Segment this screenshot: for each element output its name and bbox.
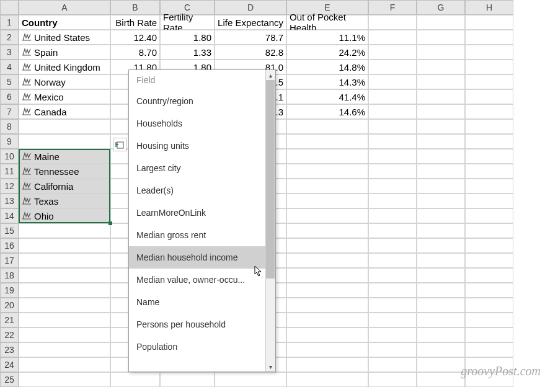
cell[interactable] bbox=[465, 15, 513, 30]
cell[interactable] bbox=[286, 238, 368, 253]
row-header[interactable]: 11 bbox=[0, 164, 19, 179]
cell-E6[interactable]: 41.4% bbox=[286, 89, 368, 104]
cell[interactable] bbox=[368, 15, 417, 30]
cell[interactable] bbox=[368, 238, 417, 253]
cell[interactable] bbox=[465, 60, 513, 74]
cell[interactable] bbox=[465, 253, 513, 268]
cell[interactable] bbox=[417, 327, 465, 342]
cell[interactable] bbox=[286, 194, 368, 208]
cell[interactable] bbox=[465, 238, 513, 253]
cell[interactable] bbox=[465, 119, 513, 134]
cell[interactable] bbox=[368, 164, 417, 179]
cell-E4[interactable]: 14.8% bbox=[286, 60, 368, 74]
cell[interactable] bbox=[286, 134, 368, 149]
cell[interactable] bbox=[465, 74, 513, 89]
scrollbar-thumb[interactable] bbox=[266, 80, 275, 278]
cell[interactable] bbox=[286, 372, 368, 387]
cell[interactable] bbox=[19, 119, 110, 134]
row-header[interactable]: 23 bbox=[0, 342, 19, 357]
cell[interactable] bbox=[19, 238, 110, 253]
cell[interactable] bbox=[417, 313, 465, 327]
cell[interactable] bbox=[465, 283, 513, 298]
cell[interactable] bbox=[417, 45, 465, 60]
cell[interactable] bbox=[465, 298, 513, 313]
dropdown-item[interactable]: Country/region bbox=[129, 90, 275, 112]
dropdown-item[interactable]: Leader(s) bbox=[129, 179, 275, 202]
cell[interactable] bbox=[368, 60, 417, 74]
cell[interactable] bbox=[368, 223, 417, 238]
cell-C3[interactable]: 1.33 bbox=[160, 45, 215, 60]
cell-A7[interactable]: Canada bbox=[19, 104, 110, 119]
row-header[interactable]: 25 bbox=[0, 372, 19, 387]
cell[interactable] bbox=[286, 223, 368, 238]
cell[interactable] bbox=[286, 268, 368, 283]
row-header[interactable]: 24 bbox=[0, 357, 19, 372]
spreadsheet-grid[interactable]: A B C D E F G H 1 Country Birth Rate Fer… bbox=[0, 0, 558, 387]
cell[interactable] bbox=[286, 342, 368, 357]
cell[interactable] bbox=[465, 149, 513, 164]
cell[interactable] bbox=[368, 357, 417, 372]
cell[interactable] bbox=[417, 357, 465, 372]
row-header[interactable]: 5 bbox=[0, 74, 19, 89]
cell-A11[interactable]: Tennessee bbox=[19, 164, 110, 179]
insert-data-button[interactable] bbox=[113, 138, 126, 151]
cell[interactable] bbox=[417, 60, 465, 74]
cell[interactable] bbox=[215, 372, 286, 387]
cell[interactable] bbox=[368, 313, 417, 327]
row-header[interactable]: 17 bbox=[0, 253, 19, 268]
cell[interactable] bbox=[286, 179, 368, 194]
cell[interactable] bbox=[19, 372, 110, 387]
cell[interactable] bbox=[19, 327, 110, 342]
cell[interactable] bbox=[19, 313, 110, 327]
cell[interactable] bbox=[368, 45, 417, 60]
scrollbar-track[interactable]: ▴ ▾ bbox=[265, 70, 275, 372]
dropdown-item[interactable]: Persons per household bbox=[129, 313, 275, 336]
cell[interactable] bbox=[368, 30, 417, 45]
dropdown-item[interactable]: LearnMoreOnLink bbox=[129, 202, 275, 224]
cell[interactable] bbox=[19, 223, 110, 238]
cell[interactable] bbox=[417, 238, 465, 253]
col-header-H[interactable]: H bbox=[465, 0, 513, 15]
cell[interactable] bbox=[417, 134, 465, 149]
row-header[interactable]: 8 bbox=[0, 119, 19, 134]
cell[interactable] bbox=[19, 357, 110, 372]
cell[interactable] bbox=[286, 208, 368, 223]
dropdown-item[interactable]: Households bbox=[129, 112, 275, 135]
cell-C1[interactable]: Fertility Rate bbox=[160, 15, 215, 30]
dropdown-item[interactable]: Largest city bbox=[129, 157, 275, 179]
cell[interactable] bbox=[417, 104, 465, 119]
cell[interactable] bbox=[110, 372, 160, 387]
cell-A1[interactable]: Country bbox=[19, 15, 110, 30]
fill-handle[interactable] bbox=[108, 221, 112, 225]
row-header[interactable]: 19 bbox=[0, 283, 19, 298]
scroll-down-icon[interactable]: ▾ bbox=[265, 362, 275, 372]
cell[interactable] bbox=[286, 298, 368, 313]
row-header[interactable]: 10 bbox=[0, 149, 19, 164]
cell[interactable] bbox=[368, 298, 417, 313]
cell[interactable] bbox=[286, 149, 368, 164]
cell[interactable] bbox=[368, 208, 417, 223]
cell-A4[interactable]: United Kingdom bbox=[19, 60, 110, 74]
dropdown-item[interactable]: Population bbox=[129, 336, 275, 358]
row-header[interactable]: 20 bbox=[0, 298, 19, 313]
col-header-A[interactable]: A bbox=[19, 0, 110, 15]
cell-D1[interactable]: Life Expectancy bbox=[215, 15, 286, 30]
cell-A2[interactable]: United States bbox=[19, 30, 110, 45]
cell[interactable] bbox=[465, 45, 513, 60]
row-header[interactable]: 21 bbox=[0, 313, 19, 327]
cell-A13[interactable]: Texas bbox=[19, 194, 110, 208]
col-header-D[interactable]: D bbox=[215, 0, 286, 15]
cell[interactable] bbox=[465, 89, 513, 104]
row-header[interactable]: 18 bbox=[0, 268, 19, 283]
row-header[interactable]: 15 bbox=[0, 223, 19, 238]
cell[interactable] bbox=[368, 327, 417, 342]
cell[interactable] bbox=[368, 134, 417, 149]
dropdown-item[interactable]: Housing units bbox=[129, 135, 275, 157]
dropdown-item[interactable]: Name bbox=[129, 291, 275, 313]
cell[interactable] bbox=[286, 283, 368, 298]
cell[interactable] bbox=[368, 268, 417, 283]
dropdown-item[interactable]: Median gross rent bbox=[129, 224, 275, 246]
row-header[interactable]: 4 bbox=[0, 60, 19, 74]
cell[interactable] bbox=[465, 179, 513, 194]
cell[interactable] bbox=[417, 89, 465, 104]
